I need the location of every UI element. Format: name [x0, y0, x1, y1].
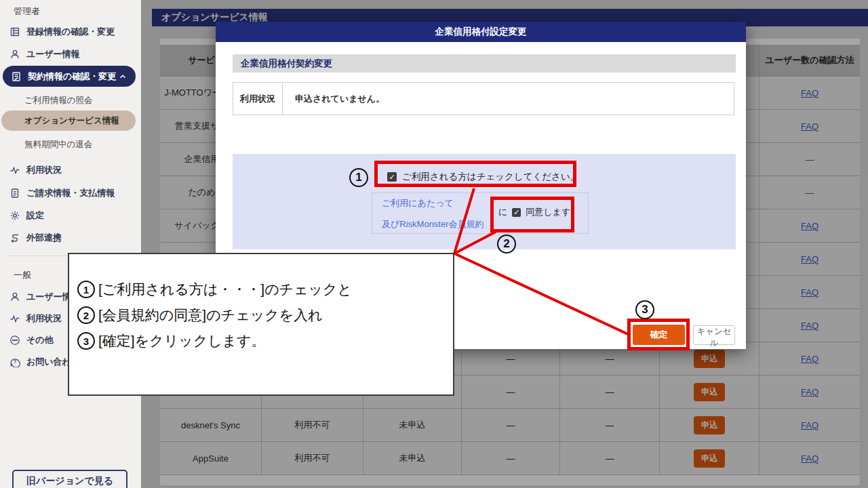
user-icon — [9, 49, 20, 60]
usage-status-label: 利用状況 — [233, 83, 283, 115]
sidebar-item-contract-selected[interactable]: 契約情報の確認・変更 — [3, 66, 136, 87]
callout-number-1: 1 — [349, 168, 368, 187]
sidebar-item-label: ユーザー情報 — [26, 48, 80, 60]
step-number-circle: 1 — [77, 281, 95, 298]
sidebar-subitem-withdrawal[interactable]: 無料期間中の退会 — [24, 139, 92, 150]
confirm-button[interactable]: 確定 — [633, 325, 685, 345]
contract-icon — [11, 71, 22, 82]
sidebar-item-billing[interactable]: ご請求情報・支払情報 — [9, 186, 115, 201]
callout-number-2: 2 — [497, 235, 516, 253]
sidebar-item-label: 利用状況 — [26, 164, 62, 176]
sidebar-item-label: 利用状況 — [26, 312, 62, 325]
sidebar-item-registration[interactable]: 登録情報の確認・変更 — [9, 24, 115, 39]
usage-status-box: 利用状況 申込されていません。 — [233, 82, 734, 115]
pulse-icon — [9, 313, 20, 324]
sidebar-subitem-usage-inquiry[interactable]: ご利用情報の照会 — [24, 95, 93, 106]
sidebar-item-external[interactable]: 外部連携 — [9, 230, 62, 245]
integration-icon — [9, 232, 20, 243]
ledger-icon — [9, 26, 20, 37]
instruction-step: 2 [会員規約の同意]のチェックを入れ — [77, 302, 446, 328]
sidebar-item-label: 設定 — [26, 209, 44, 222]
sidebar-item-label: ご請求情報・支払情報 — [26, 187, 115, 199]
terms-link-1[interactable]: ご利用にあたって — [382, 197, 454, 209]
callout-number-3: 3 — [635, 300, 654, 319]
modal-section-title: 企業信用格付契約変更 — [233, 54, 736, 73]
gear-icon — [9, 210, 20, 221]
sidebar-subitem-option-service-active[interactable]: オプションサービス情報 — [1, 110, 136, 131]
cancel-button[interactable]: キャンセル — [693, 325, 735, 345]
sidebar-item-settings[interactable]: 設定 — [9, 208, 44, 223]
sidebar-item-label: 契約情報の確認・変更 — [28, 70, 116, 83]
modal-title: 企業信用格付設定変更 — [216, 22, 746, 42]
agree-label: 同意します。 — [526, 206, 579, 218]
instruction-step: 3 [確定]をクリックします。 — [77, 328, 446, 354]
user-icon — [9, 291, 20, 302]
sidebar-section-general: 一般 — [14, 269, 31, 281]
sidebar: 管理者 登録情報の確認・変更 ユーザー情報 契約情報の確認・変更 ご利用情報の照… — [0, 0, 141, 488]
sidebar-item-user-info[interactable]: ユーザー情報 — [9, 47, 80, 62]
checkbox-checked-icon[interactable]: ✓ — [512, 208, 521, 217]
use-service-checkbox-row: ✓ ご利用される方はチェックしてください。 — [387, 168, 579, 186]
sidebar-item-general-usage-status[interactable]: 利用状況 — [9, 311, 62, 326]
svg-text:?: ? — [14, 359, 17, 365]
checkbox-checked-icon[interactable]: ✓ — [387, 172, 397, 182]
chevron-up-icon — [118, 72, 127, 81]
instruction-box: 1 [ご利用される方は・・・]のチェックと 2 [会員規約の同意]のチェックを入… — [68, 253, 454, 396]
sidebar-section-admin: 管理者 — [14, 5, 40, 18]
step-number-circle: 2 — [77, 306, 95, 324]
old-version-button[interactable]: 旧バージョンで見る — [12, 470, 127, 488]
question-chat-icon: ? — [9, 357, 20, 367]
step-text: [ご利用される方は・・・]のチェックと — [98, 280, 352, 299]
use-service-checkbox-label: ご利用される方はチェックしてください。 — [402, 171, 579, 183]
sidebar-item-usage-status[interactable]: 利用状況 — [9, 163, 62, 178]
step-number-circle: 3 — [77, 332, 95, 350]
usage-status-value: 申込されていません。 — [283, 83, 734, 115]
agree-particle: に — [498, 206, 507, 218]
sidebar-item-label: 外部連携 — [26, 232, 62, 244]
pulse-icon — [9, 165, 20, 176]
sidebar-item-label: その他 — [26, 334, 54, 346]
step-text: [確定]をクリックします。 — [98, 331, 266, 350]
ellipsis-circle-icon — [9, 335, 20, 346]
sidebar-item-others[interactable]: その他 — [9, 333, 54, 348]
invoice-icon — [9, 188, 20, 199]
instruction-step: 1 [ご利用される方は・・・]のチェックと — [77, 277, 446, 302]
sidebar-item-label: 登録情報の確認・変更 — [26, 26, 115, 38]
step-text: [会員規約の同意]のチェックを入れ — [98, 306, 323, 325]
agree-checkbox-row: に ✓ 同意します。 — [498, 206, 579, 218]
terms-box: ご利用にあたって 及びRiskMonster会員規約 に ✓ 同意します。 — [372, 192, 589, 234]
terms-link-2[interactable]: 及びRiskMonster会員規約 — [382, 218, 484, 230]
